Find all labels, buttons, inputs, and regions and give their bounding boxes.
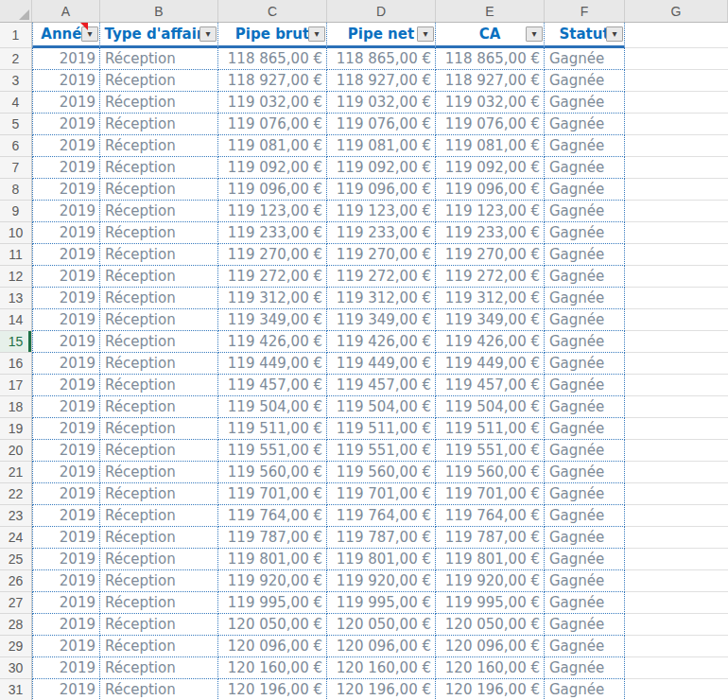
cell-C15[interactable]: 119 426,00 € [218, 331, 327, 353]
header-cell-pipe-net[interactable]: Pipe net▾ [327, 23, 436, 48]
cell-B31[interactable]: Réception [100, 679, 218, 700]
cell-B28[interactable]: Réception [100, 614, 218, 636]
cell-C14[interactable]: 119 349,00 € [218, 309, 327, 331]
cell-A3[interactable]: 2019 [32, 70, 100, 92]
cell-A29[interactable]: 2019 [32, 636, 100, 657]
cell-G16[interactable] [625, 353, 728, 375]
cell-F30[interactable]: Gagnée [545, 657, 625, 679]
cell-E21[interactable]: 119 560,00 € [436, 462, 545, 483]
cell-B26[interactable]: Réception [100, 570, 218, 592]
cell-B30[interactable]: Réception [100, 657, 218, 679]
cell-G1[interactable] [625, 23, 728, 48]
row-header-7[interactable]: 7 [0, 157, 31, 179]
cell-E27[interactable]: 119 995,00 € [436, 592, 545, 614]
column-header-A[interactable]: A [32, 0, 100, 22]
row-header-6[interactable]: 6 [0, 135, 31, 157]
cell-D21[interactable]: 119 560,00 € [327, 462, 436, 483]
row-header-13[interactable]: 13 [0, 288, 31, 309]
cell-G4[interactable] [625, 92, 728, 114]
cell-F7[interactable]: Gagnée [545, 157, 625, 179]
cell-F5[interactable]: Gagnée [545, 114, 625, 135]
cell-E22[interactable]: 119 701,00 € [436, 483, 545, 505]
row-header-12[interactable]: 12 [0, 266, 31, 288]
cell-E12[interactable]: 119 272,00 € [436, 266, 545, 288]
cell-E18[interactable]: 119 504,00 € [436, 396, 545, 418]
cell-D20[interactable]: 119 551,00 € [327, 440, 436, 462]
filter-button-pipe-brut[interactable]: ▾ [308, 26, 325, 42]
cell-B20[interactable]: Réception [100, 440, 218, 462]
cell-B5[interactable]: Réception [100, 114, 218, 135]
cell-D28[interactable]: 120 050,00 € [327, 614, 436, 636]
cell-B14[interactable]: Réception [100, 309, 218, 331]
cell-C26[interactable]: 119 920,00 € [218, 570, 327, 592]
cell-C17[interactable]: 119 457,00 € [218, 375, 327, 396]
cell-B23[interactable]: Réception [100, 505, 218, 527]
cell-G19[interactable] [625, 418, 728, 440]
cell-F11[interactable]: Gagnée [545, 244, 625, 266]
select-all-corner[interactable] [0, 0, 32, 22]
cell-A15[interactable]: 2019 [32, 331, 100, 353]
cell-G5[interactable] [625, 114, 728, 135]
cell-C29[interactable]: 120 096,00 € [218, 636, 327, 657]
cell-A22[interactable]: 2019 [32, 483, 100, 505]
cell-C3[interactable]: 118 927,00 € [218, 70, 327, 92]
cell-E26[interactable]: 119 920,00 € [436, 570, 545, 592]
cell-C18[interactable]: 119 504,00 € [218, 396, 327, 418]
cell-G20[interactable] [625, 440, 728, 462]
cell-F29[interactable]: Gagnée [545, 636, 625, 657]
row-header-25[interactable]: 25 [0, 549, 31, 570]
cell-G13[interactable] [625, 288, 728, 309]
cell-D26[interactable]: 119 920,00 € [327, 570, 436, 592]
cell-A24[interactable]: 2019 [32, 527, 100, 549]
cell-G8[interactable] [625, 179, 728, 201]
cell-D2[interactable]: 118 865,00 € [327, 48, 436, 70]
row-header-14[interactable]: 14 [0, 309, 31, 331]
cell-F21[interactable]: Gagnée [545, 462, 625, 483]
cell-F23[interactable]: Gagnée [545, 505, 625, 527]
cell-A14[interactable]: 2019 [32, 309, 100, 331]
cell-A5[interactable]: 2019 [32, 114, 100, 135]
cell-F4[interactable]: Gagnée [545, 92, 625, 114]
cell-D18[interactable]: 119 504,00 € [327, 396, 436, 418]
cell-A2[interactable]: 2019 [32, 48, 100, 70]
column-header-D[interactable]: D [327, 0, 436, 22]
cell-A30[interactable]: 2019 [32, 657, 100, 679]
cell-F25[interactable]: Gagnée [545, 549, 625, 570]
cell-D6[interactable]: 119 081,00 € [327, 135, 436, 157]
cell-B13[interactable]: Réception [100, 288, 218, 309]
cell-B12[interactable]: Réception [100, 266, 218, 288]
cell-G7[interactable] [625, 157, 728, 179]
cell-E8[interactable]: 119 096,00 € [436, 179, 545, 201]
row-header-23[interactable]: 23 [0, 505, 31, 527]
cell-B25[interactable]: Réception [100, 549, 218, 570]
row-header-10[interactable]: 10 [0, 222, 31, 244]
cell-E9[interactable]: 119 123,00 € [436, 201, 545, 222]
cell-F20[interactable]: Gagnée [545, 440, 625, 462]
cell-G14[interactable] [625, 309, 728, 331]
cell-D12[interactable]: 119 272,00 € [327, 266, 436, 288]
header-cell-ca[interactable]: CA▾ [436, 23, 545, 48]
cell-G12[interactable] [625, 266, 728, 288]
cell-F2[interactable]: Gagnée [545, 48, 625, 70]
cell-F12[interactable]: Gagnée [545, 266, 625, 288]
cell-D25[interactable]: 119 801,00 € [327, 549, 436, 570]
cell-B7[interactable]: Réception [100, 157, 218, 179]
cell-A13[interactable]: 2019 [32, 288, 100, 309]
cell-E15[interactable]: 119 426,00 € [436, 331, 545, 353]
cell-F17[interactable]: Gagnée [545, 375, 625, 396]
cell-D5[interactable]: 119 076,00 € [327, 114, 436, 135]
cell-F19[interactable]: Gagnée [545, 418, 625, 440]
cell-B18[interactable]: Réception [100, 396, 218, 418]
cell-A19[interactable]: 2019 [32, 418, 100, 440]
cell-E17[interactable]: 119 457,00 € [436, 375, 545, 396]
cell-B10[interactable]: Réception [100, 222, 218, 244]
cell-B21[interactable]: Réception [100, 462, 218, 483]
cell-A17[interactable]: 2019 [32, 375, 100, 396]
cell-F8[interactable]: Gagnée [545, 179, 625, 201]
row-header-8[interactable]: 8 [0, 179, 31, 201]
filter-button-pipe-net[interactable]: ▾ [417, 26, 434, 42]
cell-B11[interactable]: Réception [100, 244, 218, 266]
cell-C13[interactable]: 119 312,00 € [218, 288, 327, 309]
cell-F3[interactable]: Gagnée [545, 70, 625, 92]
cell-C16[interactable]: 119 449,00 € [218, 353, 327, 375]
